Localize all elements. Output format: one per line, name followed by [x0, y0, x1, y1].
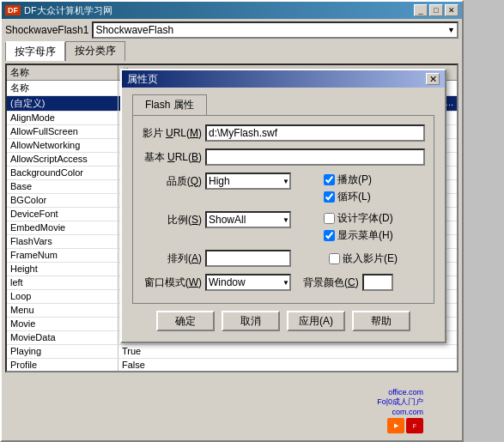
quality-label: 品质(Q) [142, 174, 202, 189]
prop-name-cell: (自定义) [7, 96, 118, 111]
show-menu-checkbox-row: 显示菜单(H) [324, 228, 393, 243]
dialog-title-text: 属性页 [127, 72, 158, 87]
window-mode-row: 窗口模式(W) Window Transparent Opaque 背景颜色(C… [142, 274, 425, 291]
logo-bar: DF DF大众计算机学习网 _ □ ✕ [2, 2, 462, 19]
watermark-area: office.comFo|0成人门户com.com ▶ F [377, 388, 423, 433]
scale-label: 比例(S) [142, 213, 202, 227]
dialog-footer: 确定 取消 应用(A) 帮助 [132, 304, 434, 335]
scale-row: 比例(S) ShowAll NoBorder ExactFit 设计字体(D) [142, 211, 425, 243]
quality-left: 品质(Q) High Low Medium [142, 173, 313, 190]
table-row[interactable]: PlayingTrue [7, 345, 457, 359]
play-checkbox-row: 播放(P) [324, 173, 372, 187]
base-url-label: 基本 URL(B) [142, 150, 202, 165]
table-row[interactable]: ProfileFalse [7, 359, 457, 372]
loop-checkbox-row: 循环(L) [324, 190, 372, 204]
window-mode-select[interactable]: Window Transparent Opaque [205, 274, 291, 291]
play-checkbox[interactable] [324, 174, 335, 185]
show-menu-checkbox[interactable] [324, 230, 335, 241]
logo-icon: DF [5, 5, 21, 15]
dialog-content: 影片 URL(M) 基本 URL(B) 品质(Q) High Low Mediu… [132, 115, 434, 304]
embed-movie-label: 嵌入影片(E) [343, 251, 398, 266]
play-label: 播放(P) [337, 173, 372, 187]
checkbox-group-2: 设计字体(D) 显示菜单(H) [324, 211, 393, 243]
logo-text: DF大众计算机学习网 [24, 4, 112, 17]
quality-select[interactable]: High Low Medium [205, 173, 291, 190]
tab-row: 按字母序 按分类序 [5, 41, 458, 61]
maximize-button[interactable]: □ [429, 4, 443, 16]
minimize-button[interactable]: _ [414, 4, 428, 16]
dialog-body: Flash 属性 影片 URL(M) 基本 URL(B) 品质(Q) [122, 88, 445, 342]
tab-categorical[interactable]: 按分类序 [65, 41, 125, 61]
logo-bar-controls: _ □ ✕ [414, 4, 458, 16]
align-input[interactable] [205, 250, 291, 267]
scale-select-wrapper: ShowAll NoBorder ExactFit [205, 211, 291, 228]
show-menu-label: 显示菜单(H) [337, 228, 393, 243]
design-font-checkbox-row: 设计字体(D) [324, 211, 393, 226]
scale-select[interactable]: ShowAll NoBorder ExactFit [205, 211, 291, 228]
design-font-label: 设计字体(D) [337, 211, 393, 226]
align-row: 排列(A) 嵌入影片(E) [142, 250, 425, 267]
window-mode-select-wrapper: Window Transparent Opaque [205, 274, 291, 291]
combo-value: ShockwaveFlash [95, 24, 173, 36]
close-button[interactable]: ✕ [445, 4, 458, 16]
bg-color-group: 背景颜色(C) [303, 274, 393, 291]
window-mode-label: 窗口模式(W) [142, 275, 202, 290]
movie-url-label: 影片 URL(M) [142, 126, 202, 141]
dialog-title-bar: 属性页 ✕ [122, 70, 445, 88]
prop-name-cell: 名称 [7, 81, 118, 95]
embed-movie-row: 嵌入影片(E) [329, 251, 398, 266]
logo-area-left: DF DF大众计算机学习网 [5, 4, 112, 17]
quality-select-wrapper: High Low Medium [205, 173, 291, 190]
combo-arrow: ▼ [447, 26, 455, 34]
dialog-close-button[interactable]: ✕ [426, 73, 440, 85]
base-url-row: 基本 URL(B) [142, 148, 425, 166]
quality-row: 品质(Q) High Low Medium 播放(P) [142, 173, 425, 204]
main-combo[interactable]: ShockwaveFlash ▼ [92, 21, 458, 39]
movie-url-input[interactable] [205, 124, 425, 142]
tab-alphabetical[interactable]: 按字母序 [5, 41, 65, 61]
toolbar-area: ShockwaveFlash1 ShockwaveFlash ▼ 按字母序 按分… [2, 19, 462, 64]
base-url-input[interactable] [205, 148, 425, 166]
properties-dialog: 属性页 ✕ Flash 属性 影片 URL(M) 基本 URL(B) 品质(Q) [120, 69, 446, 343]
scale-left: 比例(S) ShowAll NoBorder ExactFit [142, 211, 313, 228]
cancel-button[interactable]: 取消 [222, 311, 280, 331]
bg-color-label: 背景颜色(C) [303, 275, 359, 290]
bg-color-picker[interactable] [362, 274, 393, 291]
watermark-icons: ▶ F [377, 418, 423, 433]
watermark-text: office.comFo|0成人门户com.com [377, 388, 423, 416]
combo-row: ShockwaveFlash1 ShockwaveFlash ▼ [5, 21, 458, 39]
loop-label: 循环(L) [337, 190, 371, 204]
combo-label: ShockwaveFlash1 [5, 24, 88, 36]
apply-button[interactable]: 应用(A) [287, 311, 345, 331]
dialog-tabs: Flash 属性 [132, 94, 434, 115]
loop-checkbox[interactable] [324, 191, 335, 203]
align-label: 排列(A) [142, 251, 202, 266]
movie-url-row: 影片 URL(M) [142, 124, 425, 142]
header-name: 名称 [7, 65, 118, 80]
checkbox-group-1: 播放(P) 循环(L) [324, 173, 372, 204]
help-button[interactable]: 帮助 [352, 311, 410, 331]
embed-movie-checkbox[interactable] [329, 253, 340, 264]
icon-red: F [406, 418, 423, 433]
dialog-tab-flash[interactable]: Flash 属性 [132, 94, 207, 115]
icon-orange: ▶ [387, 418, 404, 433]
design-font-checkbox[interactable] [324, 213, 335, 224]
ok-button[interactable]: 确定 [156, 311, 215, 331]
